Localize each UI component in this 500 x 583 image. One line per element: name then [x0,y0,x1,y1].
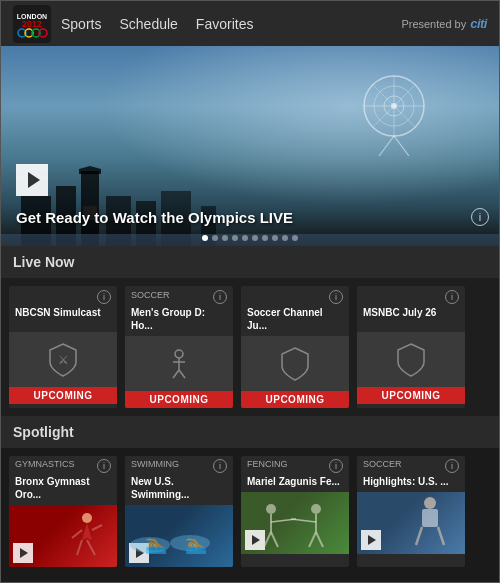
spotlight-card-3-info[interactable]: i [329,459,343,473]
live-card-2-info[interactable]: i [213,290,227,304]
spotlight-card-1-play[interactable] [13,543,33,563]
svg-line-55 [416,527,422,545]
spotlight-card-1-header: Gymnastics i [9,456,117,475]
live-card-2-thumb [125,336,233,391]
spotlight-card-2-header: Swimming i [125,456,233,475]
live-card-1-header: i [9,286,117,306]
live-card-3-header: i [241,286,349,306]
spotlight-card-3-header: Fencing i [241,456,349,475]
live-card-2: Soccer i Men's Group D: Ho... UPCOMING [125,286,233,408]
citi-logo: citi [470,16,487,31]
live-card-4-badge: UPCOMING [357,387,465,404]
svg-line-32 [173,370,179,378]
spotlight-card-1-thumb [9,505,117,567]
dot-5[interactable] [242,235,248,241]
live-card-1-title: NBCSN Simulcast [9,306,117,332]
hero-banner: Get Ready to Watch the Olympics LIVE i [1,46,499,246]
live-card-4: i MSNBC July 26 UPCOMING [357,286,465,408]
spotlight-card-3: Fencing i Mariel Zagunis Fe... [241,456,349,567]
live-card-4-header: i [357,286,465,306]
spotlight-card-4-header: Soccer i [357,456,465,475]
live-card-2-sport: Soccer [131,290,170,300]
spotlight-card-1: Gymnastics i Bronx Gymnast Oro... [9,456,117,567]
svg-point-29 [175,350,183,358]
live-card-1-info[interactable]: i [97,290,111,304]
live-card-3-thumb [241,336,349,391]
skyline-icon [1,166,499,246]
svg-point-34 [82,513,92,523]
hero-play-button[interactable] [16,164,48,196]
live-card-4-info[interactable]: i [445,290,459,304]
hero-title: Get Ready to Watch the Olympics LIVE [16,209,293,226]
spotlight-card-4-sport: Soccer [363,459,402,469]
spotlight-card-3-title: Mariel Zagunis Fe... [241,475,349,492]
live-card-3-badge: UPCOMING [241,391,349,408]
dot-3[interactable] [222,235,228,241]
svg-line-52 [291,519,316,522]
svg-line-46 [271,532,278,547]
svg-text:🏊: 🏊 [145,533,168,555]
london-eye-icon [349,66,439,156]
dot-6[interactable] [252,235,258,241]
dot-8[interactable] [272,235,278,241]
svg-text:🏊: 🏊 [185,533,208,555]
svg-line-50 [309,532,316,547]
spotlight-card-4-play[interactable] [361,530,381,550]
presented-by-label: Presented by citi [401,16,487,31]
spotlight-card-3-thumb [241,492,349,554]
svg-line-16 [394,136,409,156]
spotlight-card-1-sport: Gymnastics [15,459,75,469]
live-card-3: i Soccer Channel Ju... UPCOMING [241,286,349,408]
nav: Sports Schedule Favorites [61,16,253,32]
logo: LONDON 2012 [13,5,51,43]
dot-10[interactable] [292,235,298,241]
svg-marker-21 [79,166,101,169]
spotlight-card-2: Swimming i New U.S. Swimming... 🏊 🏊 [125,456,233,567]
dot-7[interactable] [262,235,268,241]
live-card-1-badge: UPCOMING [9,387,117,404]
nav-schedule[interactable]: Schedule [119,16,177,32]
spotlight-card-2-info[interactable]: i [213,459,227,473]
header: LONDON 2012 Sports Schedule Favorites Pr… [1,1,499,46]
svg-line-38 [87,540,95,555]
svg-line-45 [264,532,271,547]
spotlight-card-3-sport: Fencing [247,459,288,469]
live-now-list: i NBCSN Simulcast ⚔ UPCOMING Soccer i Me… [1,278,499,416]
svg-text:⚔: ⚔ [58,353,69,367]
svg-point-48 [311,504,321,514]
svg-line-36 [92,525,102,530]
spotlight-card-2-thumb: 🏊 🏊 [125,505,233,567]
spotlight-card-1-title: Bronx Gymnast Oro... [9,475,117,505]
dot-9[interactable] [282,235,288,241]
svg-point-53 [424,497,436,509]
live-card-3-info[interactable]: i [329,290,343,304]
dot-2[interactable] [212,235,218,241]
spotlight-card-4-thumb [357,492,465,554]
spotlight-card-4-info[interactable]: i [445,459,459,473]
live-card-4-thumb [357,332,465,387]
svg-line-35 [72,530,82,538]
spotlight-card-2-title: New U.S. Swimming... [125,475,233,505]
spotlight-card-1-info[interactable]: i [97,459,111,473]
spotlight-header: Spotlight [1,416,499,448]
live-card-2-badge: UPCOMING [125,391,233,408]
nav-favorites[interactable]: Favorites [196,16,254,32]
live-card-1-thumb: ⚔ [9,332,117,387]
svg-rect-20 [79,169,101,174]
live-card-1: i NBCSN Simulcast ⚔ UPCOMING [9,286,117,408]
dot-4[interactable] [232,235,238,241]
spotlight-card-4-title: Highlights: U.S. ... [357,475,465,492]
svg-text:2012: 2012 [22,19,42,29]
live-card-4-title: MSNBC July 26 [357,306,465,332]
svg-line-51 [316,532,323,547]
nav-sports[interactable]: Sports [61,16,101,32]
svg-line-37 [77,540,82,555]
hero-info-button[interactable]: i [471,208,489,226]
spotlight-list: Gymnastics i Bronx Gymnast Oro... Swimmi… [1,448,499,575]
svg-line-15 [379,136,394,156]
live-card-2-header: Soccer i [125,286,233,306]
spotlight-card-2-sport: Swimming [131,459,179,469]
dot-1[interactable] [202,235,208,241]
svg-point-43 [266,504,276,514]
svg-rect-54 [422,509,438,527]
